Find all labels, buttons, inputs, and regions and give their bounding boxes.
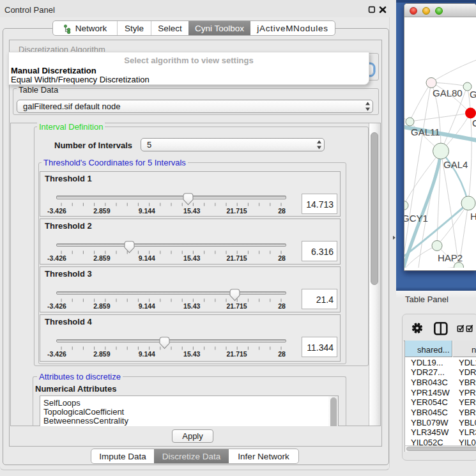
svg-text:GAL11: GAL11 [411, 127, 440, 137]
svg-text:HAP2: HAP2 [438, 252, 463, 263]
svg-text:GAL80: GAL80 [433, 88, 463, 98]
svg-text:GCY1: GCY1 [404, 213, 428, 224]
svg-text:HIS7: HIS7 [470, 211, 476, 222]
svg-text:GAL1: GAL1 [470, 89, 476, 100]
svg-text:CDC2: CDC2 [472, 118, 476, 128]
svg-text:GAL4: GAL4 [443, 159, 468, 170]
